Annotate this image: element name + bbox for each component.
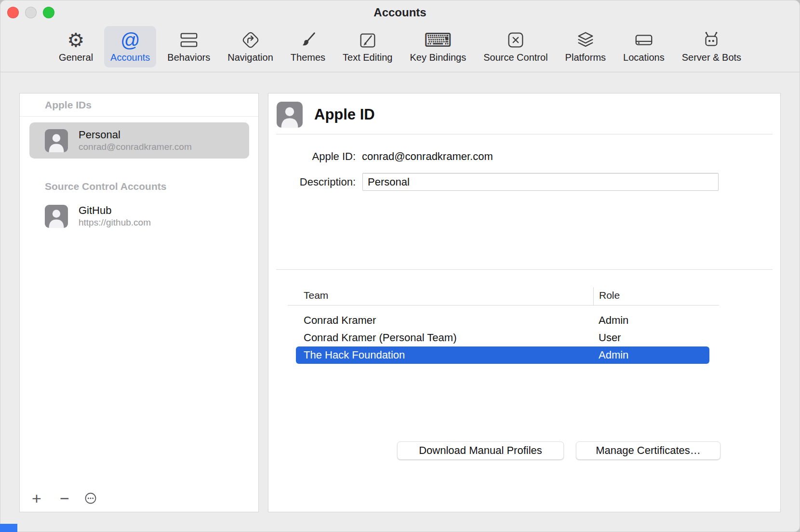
- sidebar-section-header-apple-ids: Apple IDs: [45, 99, 258, 111]
- source-control-icon: [506, 28, 526, 52]
- download-manual-profiles-button[interactable]: Download Manual Profiles: [397, 441, 564, 460]
- manage-certificates-button[interactable]: Manage Certificates…: [576, 441, 720, 460]
- tab-source-control[interactable]: Source Control: [477, 26, 554, 67]
- behaviors-icon: [179, 28, 199, 52]
- preferences-toolbar: ⚙ General @ Accounts Behaviors: [0, 25, 800, 72]
- teams-table-header: Team Role: [288, 287, 719, 306]
- keyboard-icon: ⌨: [424, 28, 452, 52]
- window-title: Accounts: [0, 6, 800, 19]
- description-label: Description:: [268, 176, 356, 188]
- platforms-icon: [575, 28, 596, 52]
- tab-text-editing[interactable]: Text Editing: [336, 26, 399, 67]
- accounts-sidebar: Apple IDs Personal conrad@conradkramer.c…: [19, 93, 259, 512]
- team-cell: Conrad Kramer (Personal Team): [296, 332, 599, 344]
- account-title: GitHub: [79, 204, 151, 217]
- account-title: Personal: [79, 128, 192, 141]
- tab-server-and-bots[interactable]: Server & Bots: [676, 26, 747, 67]
- column-header-team: Team: [288, 287, 593, 305]
- screen: Accounts ⚙ General @ Accounts Behaviors: [0, 0, 800, 532]
- divider: [276, 269, 773, 270]
- table-row[interactable]: Conrad Kramer Admin: [296, 312, 709, 329]
- tab-behaviors[interactable]: Behaviors: [161, 26, 216, 67]
- account-avatar-icon: [45, 129, 68, 152]
- tab-key-bindings[interactable]: ⌨ Key Bindings: [403, 26, 472, 67]
- navigation-icon: [240, 28, 261, 52]
- table-row[interactable]: Conrad Kramer (Personal Team) User: [296, 329, 709, 346]
- team-cell: Conrad Kramer: [296, 314, 599, 327]
- background-window-fragment: [0, 524, 17, 532]
- locations-icon: [634, 28, 654, 52]
- teams-table-body: Conrad Kramer Admin Conrad Kramer (Perso…: [288, 312, 719, 364]
- xcode-settings-window: Accounts ⚙ General @ Accounts Behaviors: [0, 0, 800, 532]
- apple-id-row: Apple ID: conrad@conradkramer.com: [268, 150, 493, 163]
- more-actions-button[interactable]: [84, 492, 97, 505]
- account-subtitle: conrad@conradkramer.com: [79, 141, 192, 153]
- robot-icon: [701, 28, 721, 52]
- description-row: Description:: [268, 173, 719, 191]
- sidebar-actions: + −: [28, 491, 97, 505]
- teams-table: Team Role Conrad Kramer Admin Conrad Kra…: [288, 287, 719, 364]
- sidebar-section-header-source-control: Source Control Accounts: [45, 181, 258, 192]
- add-account-button[interactable]: +: [28, 491, 45, 505]
- ellipsis-circle-icon: [84, 492, 97, 505]
- apple-id-value: conrad@conradkramer.com: [362, 150, 493, 163]
- apple-id-detail-panel: Apple ID Apple ID: conrad@conradkramer.c…: [268, 93, 781, 512]
- tab-accounts[interactable]: @ Accounts: [104, 26, 156, 67]
- tab-themes[interactable]: Themes: [284, 26, 332, 67]
- divider: [276, 134, 773, 134]
- role-cell: Admin: [599, 349, 709, 361]
- at-sign-icon: @: [120, 28, 140, 52]
- tab-locations[interactable]: Locations: [617, 26, 671, 67]
- tab-navigation[interactable]: Navigation: [221, 26, 280, 67]
- sidebar-divider: [20, 116, 258, 117]
- apple-id-label: Apple ID:: [268, 150, 356, 163]
- text-editing-icon: [358, 28, 378, 52]
- gear-icon: ⚙: [67, 28, 85, 52]
- column-header-role: Role: [593, 287, 719, 305]
- account-subtitle: https://github.com: [79, 217, 151, 228]
- description-input[interactable]: [362, 173, 719, 191]
- remove-account-button[interactable]: −: [56, 491, 73, 505]
- sidebar-item-github[interactable]: GitHub https://github.com: [29, 198, 249, 234]
- sidebar-item-personal[interactable]: Personal conrad@conradkramer.com: [29, 122, 249, 159]
- tab-platforms[interactable]: Platforms: [559, 26, 612, 67]
- detail-title: Apple ID: [314, 106, 375, 123]
- titlebar[interactable]: Accounts: [0, 0, 800, 25]
- paintbrush-icon: [298, 28, 318, 52]
- table-row-selected[interactable]: The Hack Foundation Admin: [296, 346, 709, 364]
- team-cell: The Hack Foundation: [296, 349, 599, 361]
- role-cell: User: [599, 332, 709, 344]
- apple-id-avatar-icon: [277, 102, 303, 128]
- tab-general[interactable]: ⚙ General: [53, 26, 99, 67]
- role-cell: Admin: [599, 314, 709, 327]
- account-avatar-icon: [45, 205, 68, 228]
- detail-header: Apple ID: [277, 102, 375, 128]
